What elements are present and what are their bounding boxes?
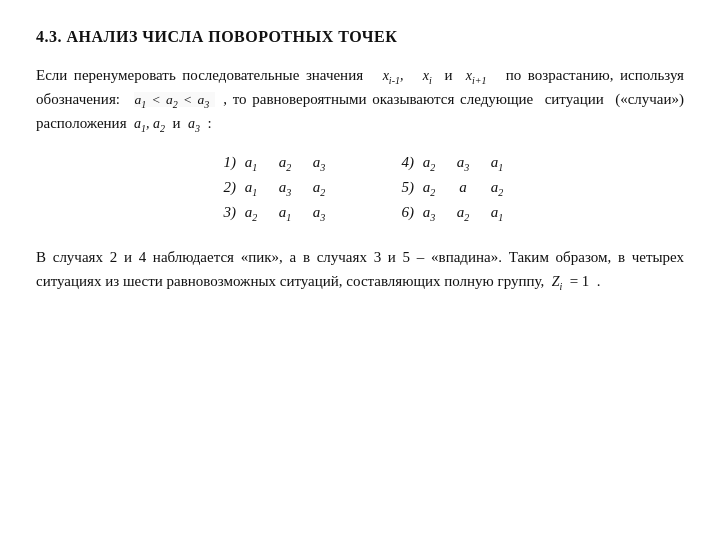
case-item: a3 bbox=[274, 179, 296, 198]
case-num-2: 2) bbox=[212, 179, 240, 196]
formula-xi1: xi-1, bbox=[383, 68, 410, 83]
case-items-1: a1 a2 a3 bbox=[240, 154, 330, 173]
case-num-6: 6) bbox=[390, 204, 418, 221]
case-item: a bbox=[452, 179, 474, 198]
paragraph-1: Если перенумеровать последовательные зна… bbox=[36, 64, 684, 136]
case-row-2: 2) a1 a3 a2 bbox=[212, 179, 330, 198]
case-items-2: a1 a3 a2 bbox=[240, 179, 330, 198]
case-item: a2 bbox=[486, 179, 508, 198]
case-item: a3 bbox=[452, 154, 474, 173]
case-item: a2 bbox=[452, 204, 474, 223]
formula-a3: a3 bbox=[188, 116, 200, 131]
case-items-4: a2 a3 a1 bbox=[418, 154, 508, 173]
paragraph-2: В случаях 2 и 4 наблюдается «пик», а в с… bbox=[36, 245, 684, 294]
page-container: 4.3. АНАЛИЗ ЧИСЛА ПОВОРОТНЫХ ТОЧЕК Если … bbox=[36, 28, 684, 295]
case-item: a3 bbox=[418, 204, 440, 223]
inequality-formula: a1 < a2 < a3 bbox=[134, 92, 214, 107]
case-item: a1 bbox=[274, 204, 296, 223]
case-row-6: 6) a3 a2 a1 bbox=[390, 204, 508, 223]
formula-zi: Zi bbox=[552, 274, 566, 289]
case-items-5: a2 a a2 bbox=[418, 179, 508, 198]
case-num-4: 4) bbox=[390, 154, 418, 171]
case-items-3: a2 a1 a3 bbox=[240, 204, 330, 223]
case-item: a1 bbox=[486, 154, 508, 173]
case-items-6: a3 a2 a1 bbox=[418, 204, 508, 223]
formula-xi-plus1: xi+1 bbox=[466, 68, 493, 83]
case-item: a2 bbox=[418, 179, 440, 198]
cases-grid: 1) a1 a2 a3 2) a1 a3 a2 3) a2 bbox=[36, 154, 684, 223]
case-row-3: 3) a2 a1 a3 bbox=[212, 204, 330, 223]
case-item: a2 bbox=[274, 154, 296, 173]
cases-right-col: 4) a2 a3 a1 5) a2 a a2 6) a3 bbox=[390, 154, 508, 223]
case-row-5: 5) a2 a a2 bbox=[390, 179, 508, 198]
case-item: a1 bbox=[486, 204, 508, 223]
formula-a1a2: a1, a2 bbox=[134, 116, 165, 131]
case-item: a1 bbox=[240, 179, 262, 198]
case-item: a2 bbox=[418, 154, 440, 173]
case-num-3: 3) bbox=[212, 204, 240, 221]
case-num-5: 5) bbox=[390, 179, 418, 196]
formula-xi: xi bbox=[423, 68, 438, 83]
case-item: a3 bbox=[308, 154, 330, 173]
case-row-1: 1) a1 a2 a3 bbox=[212, 154, 330, 173]
case-item: a2 bbox=[240, 204, 262, 223]
cases-left-col: 1) a1 a2 a3 2) a1 a3 a2 3) a2 bbox=[212, 154, 330, 223]
case-item: a1 bbox=[240, 154, 262, 173]
case-row-4: 4) a2 a3 a1 bbox=[390, 154, 508, 173]
case-num-1: 1) bbox=[212, 154, 240, 171]
page-title: 4.3. АНАЛИЗ ЧИСЛА ПОВОРОТНЫХ ТОЧЕК bbox=[36, 28, 684, 46]
case-item: a3 bbox=[308, 204, 330, 223]
case-item: a2 bbox=[308, 179, 330, 198]
